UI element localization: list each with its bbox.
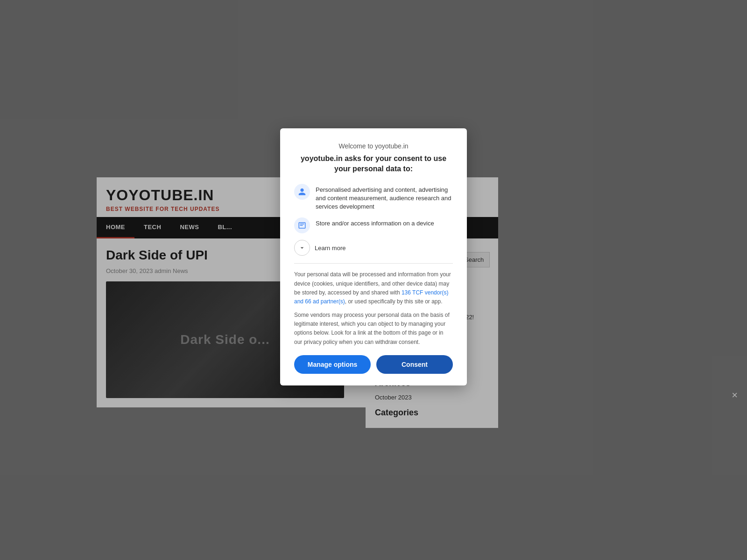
modal-buttons: Manage options Consent	[294, 355, 453, 374]
consent-button[interactable]: Consent	[376, 355, 453, 374]
chevron-down-icon	[294, 240, 310, 256]
learn-more-item[interactable]: Learn more	[294, 240, 453, 256]
consent-modal: Welcome to yoyotube.in yoyotube.in asks …	[280, 128, 467, 385]
consent-item-1: Personalised advertising and content, ad…	[294, 184, 453, 211]
learn-more-text: Learn more	[315, 245, 345, 252]
modal-divider	[294, 263, 453, 264]
person-icon	[294, 184, 310, 200]
modal-backdrop: Welcome to yoyotube.in yoyotube.in asks …	[0, 0, 747, 560]
consent-text-1: Personalised advertising and content, ad…	[316, 184, 453, 211]
modal-title: yoyotube.in asks for your consent to use…	[294, 154, 453, 175]
consent-text-2: Store and/or access information on a dev…	[316, 217, 434, 228]
modal-body-text-1: Your personal data will be processed and…	[294, 270, 453, 306]
modal-welcome: Welcome to yoyotube.in	[294, 142, 453, 150]
manage-options-button[interactable]: Manage options	[294, 355, 371, 374]
consent-item-2: Store and/or access information on a dev…	[294, 217, 453, 233]
modal-body-text-2: Some vendors may process your personal d…	[294, 311, 453, 347]
device-icon	[294, 217, 310, 233]
tcf-link[interactable]: 136 TCF vendor(s) and 66 ad partner(s)	[294, 289, 448, 305]
